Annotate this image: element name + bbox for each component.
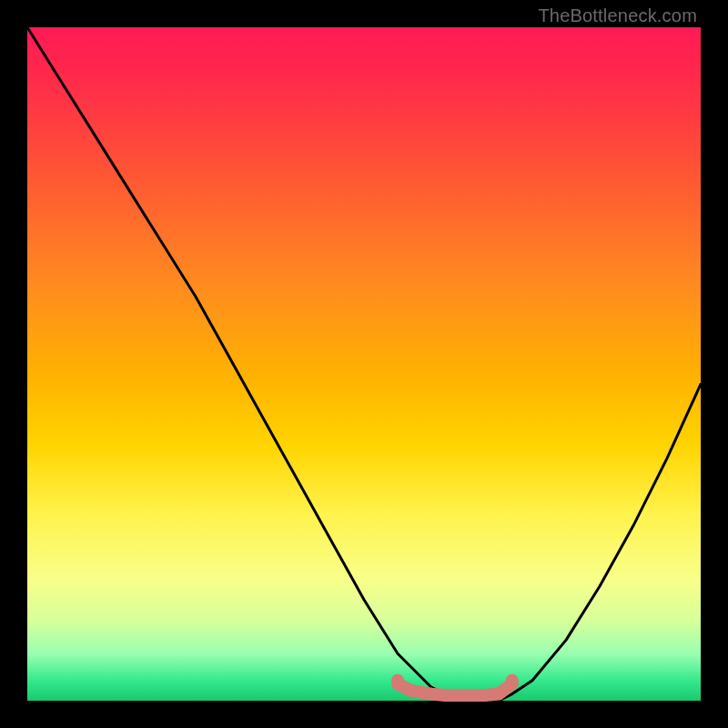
watermark-text: TheBottleneck.com [538,5,697,26]
highlight-segment [398,684,512,696]
curve-group [27,27,701,701]
highlight-group [398,684,512,696]
dot-right [506,674,519,687]
bottleneck-curve [27,27,701,701]
curve-svg [27,27,701,701]
plot-area [27,27,701,701]
chart-container: TheBottleneck.com [0,0,728,728]
dot-left [391,674,404,687]
